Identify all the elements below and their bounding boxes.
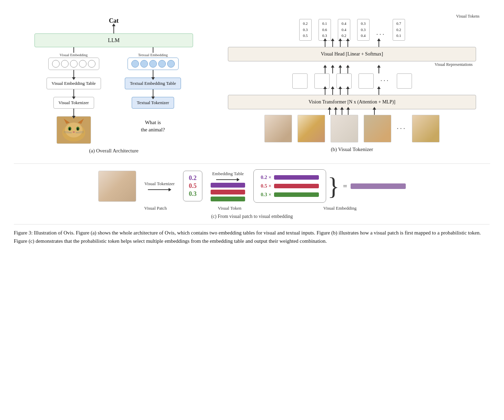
- main-container: Cat LLM Visual Embedding: [14, 10, 490, 245]
- embed-bar-red: [211, 190, 245, 194]
- question-text: What is the animal?: [141, 119, 165, 133]
- figure-caption-text: Figure 3: Illustration of Ovis. Figure (…: [14, 230, 481, 244]
- embed-bar-r1: [274, 175, 319, 180]
- tv5-r2: 0.2: [396, 27, 402, 33]
- vr-label-row: Visual Representations: [228, 62, 476, 67]
- vt-arrow-line: [148, 188, 171, 191]
- patch-1: [264, 115, 292, 142]
- vt-arrowhead: [169, 188, 171, 191]
- embed-coeff-3: 0.3 ×: [261, 192, 271, 198]
- pa4: [348, 109, 349, 115]
- visual-tokens-label: Visual Tokens: [456, 14, 480, 19]
- vha5: [379, 41, 379, 47]
- visual-branch: Visual Embedding Visual Embedding Table: [47, 47, 101, 144]
- patch-3: [331, 115, 358, 142]
- visual-circles: [48, 58, 99, 70]
- visual-representations-label: Visual Representations: [435, 62, 473, 67]
- question-line1: What is: [145, 120, 161, 125]
- sqa4: [347, 67, 348, 73]
- visual-embed-box: 0.2 × 0.5 × 0.3 ×: [253, 169, 326, 203]
- tcircle2: [140, 60, 148, 68]
- tv5-r1: 0.7: [396, 21, 402, 27]
- sqa2: [332, 67, 333, 73]
- svg-point-7: [69, 128, 70, 130]
- patch-4: [364, 115, 391, 142]
- arrow-down-vi: [73, 109, 74, 116]
- arrow-down-vt: [73, 89, 74, 97]
- tcircle5: [167, 60, 175, 68]
- bottom-diagram: Visual Tokenizer 0.2 0.5 0.3 Embedding T…: [14, 169, 490, 203]
- visual-head-box: Visual Head [Linear + Softmax]: [228, 47, 476, 61]
- vita3: [340, 89, 341, 95]
- visual-tokens-label-row: Visual Tokens: [218, 14, 486, 19]
- cat-svg: [57, 116, 91, 144]
- visual-embedding-bottom-label: Visual Embedding: [312, 206, 367, 211]
- token-box-4: 0.3 0.3 0.4: [357, 19, 370, 41]
- token-box-1: 0.2 0.3 0.5: [299, 19, 312, 41]
- patch-arrows-up: [329, 109, 375, 115]
- vita5: [379, 89, 379, 95]
- embed-coeff-2: 0.5 ×: [261, 183, 271, 189]
- left-caption: (a) Overall Architecture: [89, 148, 138, 154]
- tv4-r1: 0.3: [360, 21, 366, 27]
- tv2-r1: 0.1: [322, 21, 328, 27]
- vita4: [347, 89, 348, 95]
- arrow-down-tt: [153, 89, 153, 97]
- vita2: [332, 89, 333, 95]
- top-row: Cat LLM Visual Embedding: [14, 10, 490, 157]
- et-line: [216, 179, 237, 180]
- figure-caption: Figure 3: Illustration of Ovis. Figure (…: [14, 224, 490, 245]
- et-arrow-label: Embedding Table: [212, 171, 244, 177]
- bottom-patch-img: [98, 171, 136, 202]
- pa3: [342, 109, 342, 115]
- diagram-right: Visual Tokens 0.2 0.3 0.5: [214, 10, 490, 156]
- token-box-5: 0.7 0.2 0.1: [393, 19, 405, 41]
- cat-image: [57, 116, 91, 144]
- arrow-cat: [113, 26, 114, 33]
- patch-5: [412, 115, 440, 142]
- embed-row-1: 0.2 ×: [261, 174, 319, 180]
- curly-brace: }: [327, 174, 340, 199]
- embed-row-2: 0.5 ×: [261, 183, 319, 189]
- token-box-2: 0.1 0.6 0.3: [319, 19, 331, 41]
- tv1-r2: 0.3: [302, 27, 309, 33]
- token-num-1: 0.2: [189, 174, 197, 182]
- patch-dots: ···: [397, 124, 407, 133]
- visual-arrow-label: Visual Embedding: [60, 47, 88, 58]
- fork-arrows: Visual Embedding Visual Embedding Table: [34, 47, 193, 144]
- spacer-bl1: [174, 206, 216, 211]
- token-vector-2: 0.1 0.6 0.3: [319, 19, 331, 41]
- diagram-left: Cat LLM Visual Embedding: [14, 10, 214, 157]
- tv5-r3: 0.1: [396, 33, 402, 39]
- bottom-section: Visual Tokenizer 0.2 0.5 0.3 Embedding T…: [14, 163, 490, 219]
- pa1: [329, 109, 330, 115]
- svg-point-2: [65, 122, 82, 137]
- token-vector-3: 0.4 0.4 0.2: [338, 19, 350, 41]
- vt-line: [148, 189, 169, 190]
- embed-bar-r3: [274, 192, 319, 197]
- v-seg2: [153, 47, 153, 53]
- tcircle1: [131, 60, 139, 68]
- circle2: [61, 60, 69, 68]
- vision-transformer-box: Vision Transformer [N x (Attention + MLP…: [228, 95, 476, 109]
- embed-bar-purple: [211, 183, 245, 188]
- visual-embedding-label: Visual Embedding: [60, 53, 88, 57]
- vt-container: Visual Tokens 0.2 0.3 0.5: [218, 14, 486, 152]
- tv4-r2: 0.3: [360, 27, 366, 33]
- result-bar: [351, 183, 406, 189]
- textual-branch: Tetxual Embedding Textual Embedding Tabl…: [125, 47, 181, 133]
- small-sq-2: [314, 73, 330, 89]
- tv1-r1: 0.2: [302, 21, 309, 27]
- spacer-bl2: [243, 206, 312, 211]
- pa5: [374, 109, 375, 115]
- patches-row: ···: [264, 115, 440, 142]
- embed-bar-green: [211, 197, 245, 201]
- circle1: [52, 60, 60, 68]
- vha1: [325, 41, 325, 47]
- vita1: [325, 89, 325, 95]
- vha4: [347, 41, 348, 47]
- vh-arrows-up: [325, 41, 379, 47]
- tv3-r1: 0.4: [341, 21, 347, 27]
- et-arrow-line: [216, 178, 240, 181]
- visual-token-box: 0.2 0.5 0.3: [183, 171, 203, 201]
